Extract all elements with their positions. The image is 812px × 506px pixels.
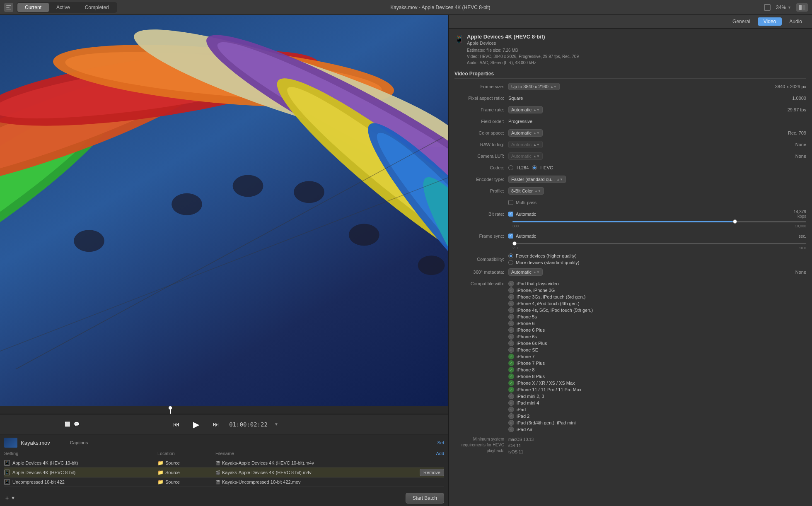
- bit-rate-checkbox[interactable]: [508, 212, 513, 217]
- field-order-label: Field order:: [454, 119, 508, 124]
- remove-button[interactable]: Remove: [420, 469, 444, 476]
- metadata-right: None: [795, 270, 806, 275]
- codec-control: H.264 HEVC: [508, 165, 806, 170]
- min-system-values: macOS 10.13iOS 11tvOS 11: [508, 436, 534, 455]
- compat-check-icon: ✓: [508, 373, 514, 379]
- metadata-label: 360° metadata:: [454, 270, 508, 275]
- preset-subtitle: Apple Devices: [467, 41, 806, 46]
- panels-button[interactable]: [796, 3, 808, 12]
- bit-rate-slider-labels: 300 10,000: [512, 224, 806, 228]
- add-item-button[interactable]: ＋ ▾: [4, 494, 15, 502]
- compat-item: ○iPod that plays video: [508, 281, 806, 287]
- skip-forward-button[interactable]: ⏭: [209, 419, 222, 430]
- add-link[interactable]: Add: [436, 451, 444, 456]
- set-link[interactable]: Set: [437, 440, 444, 445]
- profile-select[interactable]: 8-Bit Color ▲▼: [508, 187, 544, 195]
- frame-rate-select[interactable]: Automatic ▲▼: [508, 106, 543, 113]
- device-icon: 📱: [4, 460, 10, 466]
- multi-pass-row: Multi-pass: [454, 198, 806, 207]
- compatible-with-label: Compatible with:: [454, 281, 508, 287]
- field-order-value: Progressive: [508, 119, 806, 124]
- compat-item-label: iPhone 8: [517, 367, 534, 372]
- tab-active[interactable]: Active: [49, 3, 77, 12]
- metadata-select[interactable]: Automatic ▲▼: [508, 268, 543, 276]
- tab-video[interactable]: Video: [758, 17, 782, 26]
- svg-rect-5: [802, 5, 805, 10]
- zoom-display[interactable]: 34% ▼: [776, 5, 791, 10]
- window-title: Kayaks.mov - Apple Devices 4K (HEVC 8-bi…: [390, 5, 490, 10]
- compat-check-icon: ○: [508, 314, 514, 320]
- table-row[interactable]: 📱 Uncompressed 10-bit 422 📁 Source 🎬 Kay…: [4, 478, 444, 487]
- frame-sync-slider-labels: 2.0 10.0: [512, 246, 806, 250]
- timeline-bar[interactable]: [0, 406, 448, 414]
- compat-check-icon: ○: [508, 347, 514, 353]
- row3-setting: 📱 Uncompressed 10-bit 422: [4, 479, 157, 485]
- video-area: ⏮ ▶ ⏭ 01:00:02:22 ▼ ⬜ 💬 Kayaks.mov Capti…: [0, 15, 448, 506]
- pixel-aspect-label: Pixel aspect ratio:: [454, 96, 508, 101]
- bit-rate-control: Automatic: [508, 212, 790, 217]
- table-row[interactable]: 📱 Apple Devices 4K (HEVC 10-bit) 📁 Sourc…: [4, 459, 444, 467]
- frame-size-select[interactable]: Up to 3840 x 2160 ▲▼: [508, 83, 560, 90]
- start-batch-button[interactable]: Start Batch: [406, 493, 444, 504]
- play-button[interactable]: ▶: [190, 418, 203, 431]
- compat-item: ○iPad 2: [508, 413, 806, 419]
- top-bar-left: Current Active Completed: [4, 2, 117, 13]
- view-single-icon[interactable]: [764, 4, 771, 11]
- compat-fewer-label: Fewer devices (higher quality): [516, 253, 577, 258]
- camera-lut-arrow: ▲▼: [533, 154, 540, 158]
- compat-check-icon: ○: [508, 307, 514, 313]
- frame-sync-slider-area: 2.0 10.0: [454, 243, 806, 250]
- compat-fewer-radio[interactable]: [508, 253, 513, 258]
- bit-rate-slider[interactable]: [512, 221, 806, 222]
- video-preview[interactable]: [0, 15, 448, 406]
- frame-size-label: Frame size:: [454, 84, 508, 89]
- tab-completed[interactable]: Completed: [77, 3, 116, 12]
- bit-rate-thumb[interactable]: [733, 219, 737, 224]
- color-space-label: Color space:: [454, 130, 508, 135]
- frame-size-control: Up to 3840 x 2160 ▲▼: [508, 83, 773, 90]
- top-bar: Current Active Completed Kayaks.mov - Ap…: [0, 0, 812, 15]
- tab-current[interactable]: Current: [17, 3, 49, 12]
- compat-item: ○iPad mini 2, 3: [508, 393, 806, 399]
- compat-check-icon: ○: [508, 287, 514, 293]
- compat-item: ✓iPhone 7: [508, 354, 806, 359]
- tab-audio[interactable]: Audio: [783, 17, 808, 26]
- skip-back-button[interactable]: ⏮: [170, 419, 183, 430]
- timecode-arrow[interactable]: ▼: [274, 422, 278, 426]
- compat-item-label: iPad 2: [517, 414, 529, 419]
- frame-sync-thumb[interactable]: [512, 241, 517, 246]
- caption-icon[interactable]: ⬜: [65, 422, 70, 427]
- folder-icon: 📁: [157, 470, 164, 475]
- frame-sync-control: Automatic: [508, 234, 795, 239]
- table-row[interactable]: 📱 Apple Devices 4K (HEVC 8-bit) 📁 Source…: [4, 467, 444, 478]
- timeline-dot: [169, 406, 172, 410]
- settings-icon[interactable]: 💬: [74, 422, 80, 427]
- row1-setting: 📱 Apple Devices 4K (HEVC 10-bit): [4, 460, 157, 466]
- compat-more-radio[interactable]: [508, 260, 513, 265]
- compat-item: ✓iPhone X / XR / XS / XS Max: [508, 380, 806, 386]
- row2-action: Remove: [415, 469, 444, 476]
- color-space-right: Rec. 709: [788, 130, 806, 135]
- color-space-select[interactable]: Automatic ▲▼: [508, 129, 543, 137]
- svg-point-28: [418, 255, 445, 275]
- raw-to-log-select[interactable]: Automatic ▲▼: [508, 141, 543, 148]
- profile-arrow: ▲▼: [534, 189, 541, 193]
- encoder-type-select[interactable]: Faster (standard qu... ▲▼: [508, 176, 566, 183]
- compat-check-icon: ○: [508, 407, 514, 412]
- tab-general[interactable]: General: [727, 17, 756, 26]
- transport-bar: ⏮ ▶ ⏭ 01:00:02:22 ▼ ⬜ 💬: [0, 414, 448, 434]
- frame-sync-checkbox[interactable]: [508, 234, 513, 239]
- codec-h264-radio[interactable]: [508, 165, 513, 170]
- codec-hevc-radio[interactable]: [532, 165, 537, 170]
- camera-lut-select[interactable]: Automatic ▲▼: [508, 152, 543, 160]
- row2-location: 📁 Source: [157, 470, 215, 475]
- min-system-value-line: tvOS 11: [508, 449, 534, 455]
- compat-check-icon: ✓: [508, 360, 514, 366]
- compat-item-label: iPhone 4s, 5/5c, iPod touch (5th gen.): [517, 308, 593, 313]
- bit-rate-fill: [512, 221, 733, 222]
- timeline-handle[interactable]: [170, 407, 171, 414]
- file-icon: 🎬: [215, 470, 220, 475]
- frame-sync-slider[interactable]: [512, 243, 806, 244]
- sidebar-toggle[interactable]: [4, 3, 13, 12]
- multi-pass-checkbox[interactable]: [508, 200, 513, 205]
